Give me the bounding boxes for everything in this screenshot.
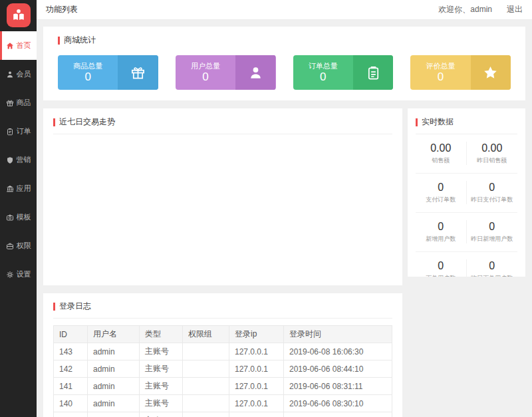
- topbar: 功能列表 欢迎你、admin 退出: [37, 0, 532, 20]
- sidebar-item-label: 首页: [17, 41, 31, 51]
- cell-login-ip: 127.0.0.1: [229, 378, 284, 395]
- stat-value: 0: [467, 181, 518, 194]
- stat-label: 下单用户数: [416, 274, 466, 277]
- cell-login-ip: 127.0.0.1: [229, 395, 284, 412]
- realtime-stat: 0 昨日新增用户数: [467, 220, 518, 243]
- login-log-table: ID 用户名 类型 权限组 登录ip 登录时间 143 admin 主账号 12…: [53, 325, 392, 417]
- table-row: 142 admin 主账号 127.0.0.1 2019-06-06 08:44…: [54, 360, 392, 378]
- cell-username: admin: [88, 343, 140, 360]
- sidebar-item-permission[interactable]: 权限: [0, 231, 37, 260]
- cell-username: admin: [88, 395, 140, 412]
- card-info: 订单总量 0: [293, 55, 353, 90]
- login-log-panel: 登录日志 ID 用户名 类型 权限组 登录ip 登录时间 143: [43, 293, 402, 417]
- col-id: ID: [54, 326, 88, 343]
- sidebar-item-order[interactable]: 订单: [0, 117, 37, 146]
- section-marker: [58, 37, 60, 45]
- cell-login-ip: 127.0.0.1: [229, 360, 284, 378]
- section-marker: [53, 303, 55, 311]
- app-logo[interactable]: [7, 3, 31, 27]
- realtime-row-new-users: 0 新增用户数 0 昨日新增用户数: [416, 213, 517, 252]
- section-title: 实时数据: [422, 116, 454, 128]
- cell-type: 主账号: [140, 395, 183, 412]
- card-label: 用户总量: [191, 61, 220, 70]
- stat-card-users[interactable]: 用户总量 0: [176, 55, 276, 90]
- cell-permission-group: [183, 412, 229, 417]
- stat-label: 新增用户数: [416, 235, 466, 243]
- stat-label: 昨日支付订单数: [467, 196, 518, 204]
- cell-permission-group: [183, 343, 229, 360]
- cell-type: 主账号: [140, 412, 183, 417]
- stat-value: 0: [467, 259, 518, 272]
- table-row: 141 admin 主账号 127.0.0.1 2019-06-06 08:31…: [54, 378, 392, 395]
- order-icon: [6, 128, 14, 136]
- stat-value: 0: [416, 220, 466, 233]
- star-icon: [483, 65, 498, 80]
- stat-label: 昨日新增用户数: [467, 235, 518, 243]
- sidebar-item-goods[interactable]: 商品: [0, 88, 37, 117]
- welcome-text: 欢迎你、admin: [438, 4, 492, 15]
- stat-label: 支付订单数: [416, 196, 466, 204]
- card-icon-box: [118, 55, 158, 90]
- cell-login-time: 2019-06-06 08:29:01: [284, 412, 392, 417]
- card-label: 商品总量: [73, 61, 102, 70]
- stat-card-reviews[interactable]: 评价总量 0: [410, 55, 511, 90]
- middle-row: 近七日交易走势 实时数据 0.00 销售额 0.00 昨日销售额: [43, 108, 525, 285]
- card-icon-box: [471, 55, 511, 90]
- stat-label: 销售额: [416, 156, 466, 165]
- trade-trend-chart-area: [53, 134, 392, 274]
- sidebar-item-label: 订单: [17, 126, 31, 136]
- template-icon: [6, 213, 14, 221]
- table-row: 143 admin 主账号 127.0.0.1 2019-06-08 16:06…: [54, 343, 392, 360]
- realtime-stat: 0 新增用户数: [416, 220, 467, 243]
- section-title: 登录日志: [59, 301, 91, 312]
- section-marker: [53, 118, 55, 126]
- sidebar-item-member[interactable]: 会员: [0, 60, 37, 88]
- stat-label: 昨日销售额: [467, 156, 518, 165]
- permission-icon: [6, 242, 14, 250]
- stat-value: 0: [416, 181, 466, 194]
- cell-id: 141: [54, 378, 88, 395]
- col-permission-group: 权限组: [183, 326, 229, 343]
- sidebar-item-template[interactable]: 模板: [0, 203, 37, 231]
- app-icon: [6, 185, 14, 193]
- trade-trend-panel: 近七日交易走势: [43, 108, 402, 285]
- sidebar-item-marketing[interactable]: 营销: [0, 146, 37, 174]
- stat-value: 0.00: [467, 142, 518, 154]
- card-info: 商品总量 0: [58, 55, 118, 90]
- sidebar-item-settings[interactable]: 设置: [0, 260, 37, 289]
- realtime-data-panel: 实时数据 0.00 销售额 0.00 昨日销售额 0 支付订单数 0: [408, 108, 525, 277]
- realtime-row-ordering-users: 0 下单用户数 0 昨日下单用户数: [416, 252, 517, 277]
- cell-username: admin: [88, 360, 140, 378]
- main-content: 商城统计 商品总量 0 用户总量 0: [37, 20, 532, 417]
- sidebar-item-app[interactable]: 应用: [0, 174, 37, 203]
- sidebar-item-label: 应用: [17, 184, 31, 194]
- cell-permission-group: [183, 395, 229, 412]
- realtime-stat: 0.00 昨日销售额: [467, 142, 518, 165]
- cell-type: 主账号: [140, 378, 183, 395]
- realtime-header: 实时数据: [416, 116, 517, 134]
- card-info: 评价总量 0: [410, 55, 470, 90]
- sidebar-item-label: 权限: [17, 241, 31, 251]
- stat-card-orders[interactable]: 订单总量 0: [293, 55, 394, 90]
- cell-id: 140: [54, 395, 88, 412]
- card-label: 订单总量: [309, 61, 338, 70]
- clipboard-icon: [366, 65, 381, 80]
- stat-card-goods[interactable]: 商品总量 0: [58, 55, 158, 90]
- realtime-row-sales: 0.00 销售额 0.00 昨日销售额: [416, 134, 517, 174]
- realtime-stat: 0.00 销售额: [416, 142, 467, 165]
- stat-label: 昨日下单用户数: [467, 274, 518, 277]
- cell-permission-group: [183, 378, 229, 395]
- sidebar-item-label: 设置: [17, 269, 31, 279]
- cell-permission-group: [183, 360, 229, 378]
- marketing-icon: [6, 156, 14, 164]
- sidebar: 首页 会员 商品 订单 营销 应用 模板 权限: [0, 0, 37, 417]
- logout-link[interactable]: 退出: [507, 4, 523, 15]
- card-icon-box: [235, 55, 275, 90]
- cell-login-ip: 127.0.0.1: [229, 412, 284, 417]
- sidebar-item-label: 营销: [17, 155, 31, 165]
- cell-login-time: 2019-06-06 08:30:10: [284, 395, 392, 412]
- realtime-stat: 0 昨日下单用户数: [467, 259, 518, 277]
- cell-id: 139: [54, 412, 88, 417]
- logo-icon: [11, 7, 26, 24]
- sidebar-item-home[interactable]: 首页: [0, 31, 37, 60]
